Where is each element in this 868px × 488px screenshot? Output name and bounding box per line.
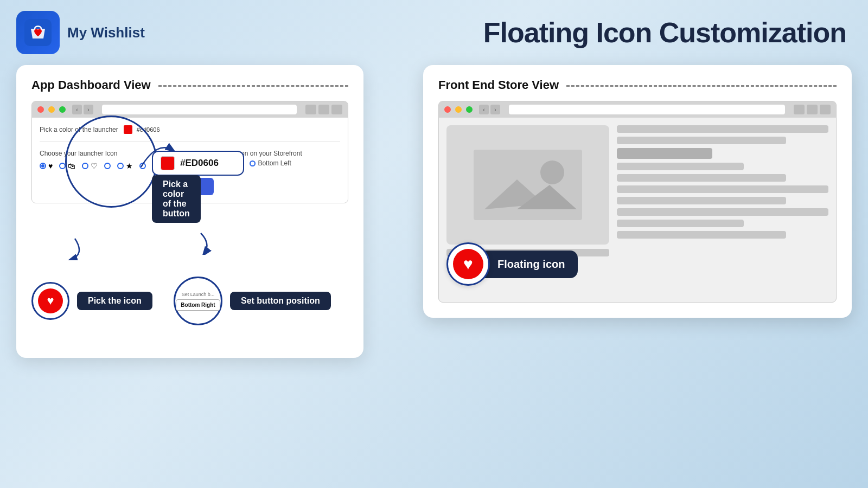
store-nav-back[interactable]: ‹	[479, 105, 489, 114]
color-annotation-label: Pick a color of the button	[152, 175, 201, 223]
radio-heart[interactable]	[40, 163, 46, 169]
pick-icon-circle: ♥	[31, 282, 69, 320]
store-panel-title: Front End Store View	[438, 78, 837, 92]
store-panel: Front End Store View ‹ ›	[423, 65, 852, 318]
header: My Wishlist Floating Icon Customization	[0, 0, 868, 60]
floating-icon-label: Floating icon	[484, 251, 578, 278]
color-annotation-label-area: Pick a color of the button	[152, 175, 201, 223]
bar-accent	[617, 148, 712, 159]
set-launch-label: Set Launch b...	[182, 292, 215, 297]
store-action-1[interactable]	[794, 105, 805, 114]
main-content: App Dashboard View ‹ ›	[0, 60, 868, 358]
product-detail-bars	[617, 125, 828, 239]
position-bottom-left[interactable]: Bottom Left	[250, 159, 291, 167]
logo-box	[16, 11, 60, 54]
store-url-bar	[509, 105, 785, 114]
dot-yellow	[48, 106, 55, 113]
store-browser-actions	[794, 105, 831, 114]
dot-red	[37, 106, 44, 113]
bar-9	[617, 231, 786, 239]
bar-2	[617, 137, 786, 144]
svg-rect-1	[474, 150, 582, 220]
browser-action-1[interactable]	[305, 105, 316, 114]
store-action-3[interactable]	[820, 105, 831, 114]
nav-forward-button[interactable]: ›	[84, 105, 93, 114]
store-dashed-line	[566, 85, 837, 87]
svg-point-2	[540, 160, 564, 184]
bar-1	[617, 125, 828, 133]
heart-icon: ♥	[48, 162, 53, 170]
store-browser-content: ♥ Floating icon	[439, 118, 836, 302]
color-callout-bubble: #ED0606	[152, 151, 244, 176]
logo-icon	[24, 19, 52, 46]
set-position-annotation-area: Set Launch b... Bottom Right Set button …	[174, 277, 331, 325]
radio-bottom-left[interactable]	[250, 160, 256, 166]
set-position-circle: Set Launch b... Bottom Right	[174, 277, 222, 325]
store-dot-green	[466, 106, 473, 113]
bar-7	[617, 208, 828, 216]
set-position-label: Set button position	[230, 292, 331, 310]
dashboard-panel: App Dashboard View ‹ ›	[16, 65, 363, 358]
store-browser-bar: ‹ ›	[439, 101, 836, 118]
pick-icon-arrow-svg	[59, 233, 91, 260]
dashboard-panel-title: App Dashboard View	[31, 78, 348, 92]
callout-color-swatch	[161, 156, 175, 170]
store-browser-nav: ‹ ›	[479, 105, 500, 114]
app-name: My Wishlist	[67, 24, 145, 41]
bar-3	[617, 163, 744, 170]
bar-6	[617, 197, 786, 204]
product-details-col	[617, 125, 828, 294]
page-title: Floating Icon Customization	[483, 16, 846, 49]
pick-icon-inner: ♥	[38, 288, 63, 313]
floating-icon-inner: ♥	[453, 249, 483, 279]
bottom-right-pill: Bottom Right	[176, 299, 220, 311]
bottom-left-label: Bottom Left	[258, 159, 291, 167]
dashed-line	[158, 85, 348, 87]
floating-icon-area: ♥ Floating icon	[446, 242, 578, 286]
position-inner-content: Set Launch b... Bottom Right	[176, 292, 220, 311]
dot-green	[59, 106, 66, 113]
floating-heart-icon: ♥	[463, 255, 473, 273]
bar-4	[617, 174, 786, 182]
url-bar	[102, 105, 297, 114]
store-browser-mockup: ‹ ›	[438, 101, 837, 303]
product-image	[446, 125, 609, 245]
heart-symbol: ♥	[47, 294, 54, 308]
set-pos-arrow-svg	[190, 228, 222, 255]
store-dot-red	[444, 106, 451, 113]
store-nav-forward[interactable]: ›	[490, 105, 500, 114]
bar-8	[617, 220, 744, 227]
bottom-right-value: Bottom Right	[181, 302, 215, 308]
pick-icon-annotation-area: ♥ Pick the icon	[31, 282, 152, 320]
callout-hex-value: #ED0606	[180, 158, 219, 169]
browser-action-2[interactable]	[318, 105, 329, 114]
browser-nav: ‹ ›	[72, 105, 93, 114]
browser-actions	[305, 105, 342, 114]
placeholder-svg	[474, 150, 582, 220]
floating-icon-circle[interactable]: ♥	[446, 242, 490, 286]
store-action-2[interactable]	[807, 105, 818, 114]
browser-action-3[interactable]	[331, 105, 342, 114]
pick-icon-label: Pick the icon	[77, 292, 152, 310]
nav-back-button[interactable]: ‹	[72, 105, 82, 114]
bar-5	[617, 185, 828, 193]
store-dot-yellow	[455, 106, 462, 113]
icon-option-heart[interactable]: ♥	[40, 162, 53, 170]
browser-bar: ‹ ›	[32, 101, 348, 118]
logo-area: My Wishlist	[16, 11, 145, 54]
